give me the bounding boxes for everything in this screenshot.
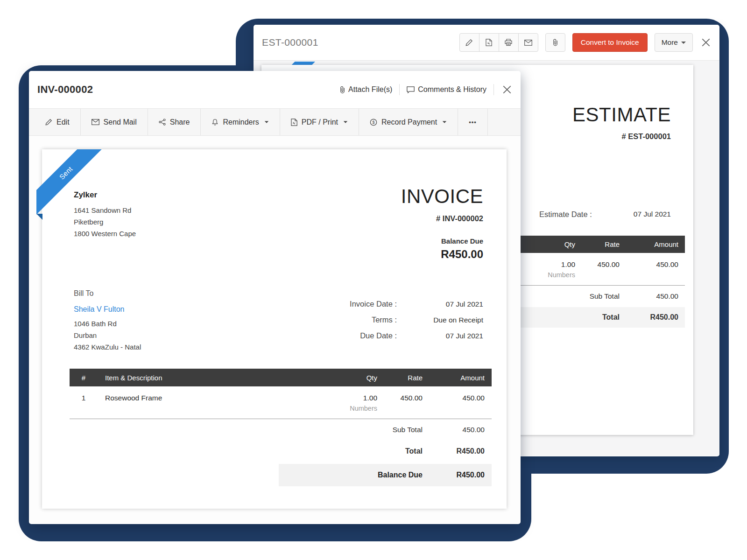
col-item-description: Item & Description [98, 374, 326, 382]
header-divider [399, 84, 400, 95]
due-date-value: 07 Jul 2021 [397, 332, 483, 340]
invoice-header-actions: Attach File(s) Comments & History [340, 84, 513, 95]
company-address-line: 1800 Western Cape [74, 228, 136, 239]
invoice-close-button[interactable] [501, 85, 513, 94]
attach-files-link[interactable]: Attach File(s) [340, 85, 392, 94]
toolbar-record-payment[interactable]: $ Record Payment [359, 109, 458, 135]
estimate-row-qty: 1.00 [529, 260, 575, 269]
toolbar-reminders-label: Reminders [223, 118, 259, 126]
export-pdf-button[interactable] [479, 33, 499, 52]
estimate-title: EST-000001 [262, 37, 318, 48]
estimate-row-amount: 450.00 [620, 260, 685, 269]
terms-row: Terms : Due on Receipt [350, 315, 483, 324]
svg-text:$: $ [373, 120, 375, 125]
attach-files-label: Attach File(s) [348, 85, 392, 94]
due-date-label: Due Date : [360, 331, 397, 340]
estimate-row-unit: Numbers [529, 271, 575, 279]
more-button-label: More [662, 38, 678, 47]
invoice-document: Sent Zylker 1641 Sandown Rd Piketberg 18… [42, 149, 507, 509]
col-number: # [70, 374, 98, 382]
print-button[interactable] [499, 33, 519, 52]
company-address-line: 1641 Sandown Rd [74, 204, 136, 216]
invoice-subtotal-row: Sub Total 450.00 [70, 419, 492, 441]
close-icon [702, 38, 710, 47]
invoice-balance-due-row: Balance Due R450.00 [279, 464, 492, 486]
estimate-icon-button-group [459, 33, 538, 52]
row-unit: Numbers [326, 405, 377, 412]
invoice-window-header: INV-000002 Attach File(s) Comments & His… [29, 71, 521, 108]
row-number: 1 [70, 394, 98, 402]
estimate-subtotal-value: 450.00 [620, 292, 685, 301]
comment-bubble-icon [407, 86, 415, 93]
ribbon-fold [36, 214, 42, 220]
estimate-col-amount: Amount [620, 240, 685, 248]
share-icon [159, 119, 166, 126]
invoice-meta-block: Invoice Date : 07 Jul 2021 Terms : Due o… [350, 300, 483, 347]
dollar-circle-icon: $ [370, 119, 377, 126]
toolbar-more[interactable]: ••• [458, 109, 488, 135]
balance-due-label: Balance Due [401, 237, 483, 245]
paperclip-icon [553, 39, 558, 46]
estimate-date-value: 07 Jul 2021 [634, 210, 671, 219]
edit-pencil-icon [45, 119, 52, 126]
send-email-button[interactable] [518, 33, 538, 52]
edit-button[interactable] [459, 33, 479, 52]
chevron-down-icon [681, 42, 686, 44]
row-qty: 1.00 [326, 394, 377, 402]
edit-pencil-icon [465, 39, 473, 46]
subtotal-label: Sub Total [393, 426, 423, 434]
toolbar-edit[interactable]: Edit [35, 109, 81, 135]
terms-value: Due on Receipt [397, 316, 483, 324]
toolbar-send-mail[interactable]: Send Mail [81, 109, 148, 135]
col-rate: Rate [377, 374, 423, 382]
balance-row-label: Balance Due [378, 471, 423, 479]
more-button[interactable]: More [655, 33, 693, 52]
toolbar-pdf-print[interactable]: PDF / Print [280, 109, 359, 135]
pdf-file-icon [291, 119, 297, 126]
email-icon [524, 40, 532, 46]
estimate-total-value: R450.00 [620, 313, 685, 322]
row-rate: 450.00 [377, 394, 423, 402]
customer-address-line: 4362 KwaZulu - Natal [74, 341, 141, 353]
estimate-window-header: EST-000001 [254, 25, 719, 61]
invoice-table-row: 1 Rosewood Frame 1.00 Numbers 450.00 450… [70, 386, 492, 412]
company-block: Zylker 1641 Sandown Rd Piketberg 1800 We… [74, 190, 136, 239]
convert-to-invoice-button[interactable]: Convert to Invoice [572, 33, 648, 52]
customer-name-link[interactable]: Sheila V Fulton [74, 305, 141, 314]
customer-address-line: 1046 Bath Rd [74, 318, 141, 329]
chevron-down-icon [443, 121, 447, 123]
toolbar-edit-label: Edit [56, 118, 70, 126]
export-pdf-icon [486, 39, 492, 46]
toolbar-share-label: Share [170, 118, 190, 126]
estimate-actions: Convert to Invoice More [459, 33, 712, 52]
toolbar-record-payment-label: Record Payment [381, 118, 437, 126]
estimate-subtotal-label: Sub Total [590, 292, 620, 301]
invoice-window: INV-000002 Attach File(s) Comments & His… [29, 71, 521, 524]
bell-icon [211, 119, 218, 126]
due-date-row: Due Date : 07 Jul 2021 [350, 331, 483, 340]
print-icon [505, 39, 512, 46]
company-address-line: Piketberg [74, 216, 136, 228]
col-amount: Amount [423, 374, 492, 382]
total-value: R450.00 [423, 447, 492, 455]
estimate-col-rate: Rate [575, 240, 620, 248]
invoice-date-value: 07 Jul 2021 [397, 300, 483, 308]
estimate-total-label: Total [602, 313, 620, 322]
toolbar-reminders[interactable]: Reminders [201, 109, 280, 135]
invoice-headblock: INVOICE # INV-000002 Balance Due R450.00 [401, 186, 483, 261]
invoice-number: # INV-000002 [401, 214, 483, 223]
estimate-col-qty: Qty [529, 240, 575, 248]
estimate-close-button[interactable] [702, 38, 710, 47]
estimate-row-rate: 450.00 [575, 260, 620, 269]
toolbar-share[interactable]: Share [148, 109, 201, 135]
attach-file-button[interactable] [545, 33, 565, 52]
comments-history-link[interactable]: Comments & History [407, 85, 486, 94]
row-item-name: Rosewood Frame [98, 394, 326, 402]
invoice-window-body: Sent Zylker 1641 Sandown Rd Piketberg 18… [29, 136, 521, 523]
chevron-down-icon [265, 121, 269, 123]
mail-icon [92, 119, 99, 125]
col-qty: Qty [326, 374, 377, 382]
close-icon [503, 85, 511, 94]
invoice-toolbar: Edit Send Mail Share Reminders [29, 108, 521, 136]
customer-address-line: Durban [74, 329, 141, 341]
